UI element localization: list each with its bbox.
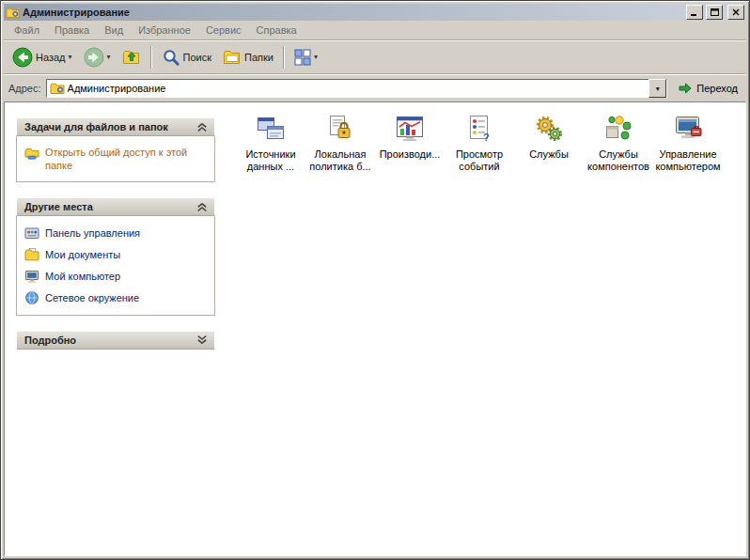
place-my-documents[interactable]: Мои документы xyxy=(24,247,209,262)
panel-details: Подробно xyxy=(16,331,215,350)
panel-other-places-title: Другие места xyxy=(24,201,93,212)
back-icon xyxy=(12,47,33,68)
address-combo[interactable]: ▾ xyxy=(46,79,668,98)
menu-view[interactable]: Вид xyxy=(98,23,130,38)
admin-tools-folder-icon[interactable] xyxy=(6,6,20,20)
address-bar: Адрес: ▾ Переход xyxy=(4,74,746,101)
item-data-sources-label: Источники данных ... xyxy=(236,148,305,173)
menu-help[interactable]: Справка xyxy=(250,23,304,38)
components-icon xyxy=(603,114,633,144)
menu-tools[interactable]: Сервис xyxy=(199,23,248,38)
toolbar-separator xyxy=(283,46,285,69)
close-button[interactable] xyxy=(727,5,744,20)
item-security-policy[interactable]: Локальная политика б... xyxy=(305,114,375,173)
item-services[interactable]: Службы xyxy=(514,114,584,161)
sidebar: Задачи для файлов и папок Открыть xyxy=(16,117,215,365)
share-folder-icon xyxy=(24,146,39,161)
panel-header-file-tasks[interactable]: Задачи для файлов и папок xyxy=(16,117,215,136)
item-performance-label: Производи... xyxy=(375,148,445,161)
item-security-policy-label: Локальная политика б... xyxy=(305,148,375,173)
item-component-services-label: Службы компонентов xyxy=(584,148,653,173)
go-label: Переход xyxy=(696,83,738,94)
search-button[interactable]: Поиск xyxy=(157,45,216,70)
title-bar: Администрирование xyxy=(4,4,746,21)
panel-details-title: Подробно xyxy=(24,334,76,346)
lock-document-icon xyxy=(325,114,355,144)
place-control-panel[interactable]: Панель управления xyxy=(24,226,209,241)
place-network[interactable]: Сетевое окружение xyxy=(24,290,209,305)
performance-chart-icon xyxy=(395,114,425,144)
place-network-label: Сетевое окружение xyxy=(45,291,139,304)
menu-edit[interactable]: Правка xyxy=(48,23,96,38)
svg-text:?: ? xyxy=(483,132,490,143)
place-my-computer[interactable]: Мой компьютер xyxy=(24,269,209,284)
views-button[interactable]: ▾ xyxy=(289,45,322,70)
address-folder-gear-icon xyxy=(50,81,65,96)
share-folder-link[interactable]: Открыть общий доступ к этой папке xyxy=(24,146,209,172)
search-label: Поиск xyxy=(183,52,211,63)
event-log-icon: ? xyxy=(464,114,494,144)
my-documents-icon xyxy=(24,247,39,262)
chevron-up-icon[interactable] xyxy=(195,121,209,132)
item-event-viewer-label: Просмотр событий xyxy=(445,148,514,173)
toolbar-separator xyxy=(150,46,152,69)
window-title: Администрирование xyxy=(23,7,683,18)
menu-favorites[interactable]: Избранное xyxy=(132,23,197,38)
odbc-icon xyxy=(256,114,286,144)
my-computer-icon xyxy=(24,269,39,284)
go-arrow-icon xyxy=(678,81,693,96)
panel-header-other-places[interactable]: Другие места xyxy=(16,197,215,216)
explorer-window: Администрирование Файл Правка Вид Избран… xyxy=(0,0,750,560)
item-computer-management[interactable]: Управление компьютером xyxy=(653,114,723,173)
views-icon xyxy=(294,49,311,66)
up-button[interactable] xyxy=(117,45,146,70)
item-component-services[interactable]: Службы компонентов xyxy=(584,114,653,173)
toolbar: Назад ▾ ▾ xyxy=(4,40,746,74)
network-globe-icon xyxy=(24,290,39,305)
place-my-computer-label: Мой компьютер xyxy=(45,270,120,283)
panel-other-places-body: Панель управления Мои документы xyxy=(16,216,215,316)
place-control-panel-label: Панель управления xyxy=(45,226,140,240)
item-performance[interactable]: Производи... xyxy=(375,114,445,161)
minimize-button[interactable] xyxy=(686,5,703,20)
item-event-viewer[interactable]: ? Просмотр событий xyxy=(445,114,514,173)
folders-button[interactable]: Папки xyxy=(218,45,278,70)
gears-icon xyxy=(534,114,564,144)
maximize-button[interactable] xyxy=(706,5,723,20)
back-label: Назад xyxy=(36,52,66,63)
panel-file-tasks-body: Открыть общий доступ к этой папке xyxy=(16,136,215,182)
search-icon xyxy=(162,48,180,67)
item-data-sources[interactable]: Источники данных ... xyxy=(236,114,305,173)
address-label: Адрес: xyxy=(7,83,41,94)
folders-label: Папки xyxy=(244,52,273,63)
menu-bar: Файл Правка Вид Избранное Сервис Справка xyxy=(4,21,746,40)
chevron-down-icon[interactable] xyxy=(195,334,209,346)
forward-icon xyxy=(84,47,104,68)
back-button[interactable]: Назад ▾ xyxy=(8,45,77,70)
content-area: Задачи для файлов и папок Открыть xyxy=(4,101,746,556)
computer-management-icon xyxy=(673,114,703,144)
icons-area: Источники данных ... Локальная политика … xyxy=(215,114,745,188)
item-computer-management-label: Управление компьютером xyxy=(653,148,723,173)
forward-dropdown-icon: ▾ xyxy=(107,54,111,61)
place-my-documents-label: Мои документы xyxy=(45,248,120,261)
views-dropdown-icon: ▾ xyxy=(314,54,318,61)
panel-file-tasks-title: Задачи для файлов и папок xyxy=(24,121,168,132)
chevron-up-icon[interactable] xyxy=(195,201,209,212)
folders-icon xyxy=(223,48,242,67)
item-services-label: Службы xyxy=(514,148,584,161)
back-dropdown-icon: ▾ xyxy=(69,54,72,61)
share-folder-label: Открыть общий доступ к этой папке xyxy=(45,146,209,172)
up-folder-icon xyxy=(122,48,141,67)
panel-other-places: Другие места xyxy=(16,197,215,316)
go-button[interactable]: Переход xyxy=(672,77,743,100)
menu-file[interactable]: Файл xyxy=(8,23,46,38)
address-dropdown-button[interactable]: ▾ xyxy=(648,79,666,98)
control-panel-icon xyxy=(24,226,39,241)
panel-file-tasks: Задачи для файлов и папок Открыть xyxy=(16,117,215,182)
forward-button[interactable]: ▾ xyxy=(79,45,116,70)
panel-header-details[interactable]: Подробно xyxy=(16,331,215,350)
address-input[interactable] xyxy=(68,81,647,96)
